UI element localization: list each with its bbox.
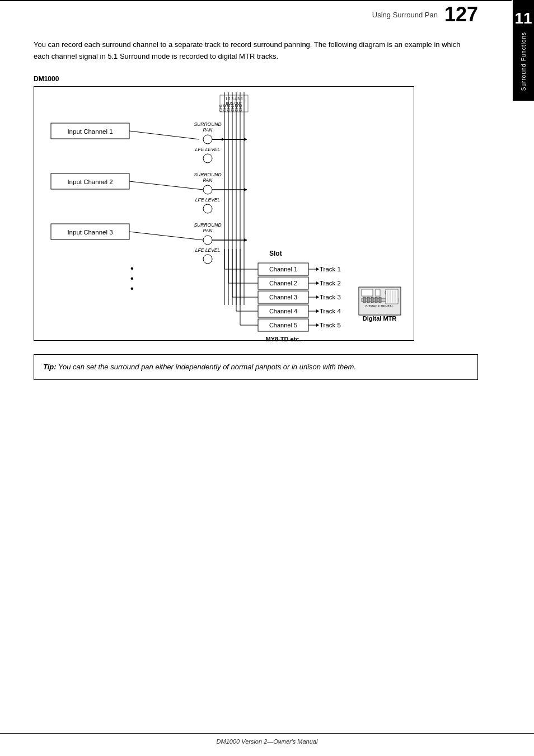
svg-text:SURROUND: SURROUND <box>194 172 221 177</box>
svg-rect-99 <box>371 297 373 303</box>
diagram-container: CH1 CH2 CH3 CH4 CH5 CH6 1 2 3 4 5 6 BUS … <box>34 86 414 341</box>
svg-text:Input Channel 2: Input Channel 2 <box>67 179 113 185</box>
svg-text:•: • <box>130 274 134 283</box>
device-label: DM1000 <box>34 75 478 83</box>
svg-marker-41 <box>244 188 247 191</box>
intro-paragraph: You can record each surround channel to … <box>34 39 478 63</box>
svg-text:Track 1: Track 1 <box>320 266 341 273</box>
svg-line-39 <box>129 181 203 190</box>
chapter-title: Surround Functions <box>521 32 527 91</box>
svg-rect-102 <box>386 289 398 304</box>
svg-text:LFE LEVEL: LFE LEVEL <box>195 247 221 253</box>
svg-marker-73 <box>316 267 319 271</box>
chapter-tab: 11 Surround Functions <box>513 0 534 101</box>
svg-text:LFE LEVEL: LFE LEVEL <box>195 197 221 203</box>
svg-text:PAN: PAN <box>203 228 213 233</box>
svg-point-38 <box>203 204 212 213</box>
tip-box: Tip: You can set the surround pan either… <box>34 354 478 381</box>
svg-text:Digital MTR: Digital MTR <box>363 315 397 322</box>
svg-line-49 <box>129 232 203 240</box>
svg-text:MY8-TD etc.: MY8-TD etc. <box>266 336 301 342</box>
svg-text:CH1: CH1 <box>219 104 223 111</box>
svg-line-22 <box>129 131 199 139</box>
svg-text:1 2 3 4 5 6: 1 2 3 4 5 6 <box>226 97 243 101</box>
svg-text:SURROUND: SURROUND <box>194 222 221 228</box>
svg-point-19 <box>203 135 212 144</box>
svg-marker-31 <box>244 138 247 141</box>
svg-text:Track 4: Track 4 <box>320 308 341 314</box>
svg-rect-97 <box>363 297 366 303</box>
svg-point-48 <box>203 255 212 264</box>
footer-text: DM1000 Version 2—Owner's Manual <box>217 738 318 745</box>
svg-marker-79 <box>316 309 319 313</box>
diagram-svg: CH1 CH2 CH3 CH4 CH5 CH6 1 2 3 4 5 6 BUS … <box>40 92 409 333</box>
svg-point-21 <box>203 154 212 163</box>
footer: DM1000 Version 2—Owner's Manual <box>0 733 534 745</box>
svg-text:Track 3: Track 3 <box>320 294 341 300</box>
svg-text:Channel 2: Channel 2 <box>269 280 297 287</box>
svg-text:Input Channel 1: Input Channel 1 <box>67 128 113 135</box>
svg-text:CH5: CH5 <box>235 104 238 111</box>
svg-text:Channel 5: Channel 5 <box>269 322 297 328</box>
svg-marker-81 <box>316 323 319 327</box>
svg-rect-98 <box>367 297 369 303</box>
svg-rect-101 <box>379 297 381 303</box>
svg-text:PAN: PAN <box>203 177 213 183</box>
svg-text:Channel 1: Channel 1 <box>269 266 297 273</box>
svg-point-46 <box>203 236 212 245</box>
svg-text:BUS OUT: BUS OUT <box>226 101 242 105</box>
chapter-number: 11 <box>514 10 532 27</box>
svg-text:Channel 4: Channel 4 <box>269 308 297 314</box>
svg-text:CH2: CH2 <box>223 104 227 111</box>
svg-text:Track 2: Track 2 <box>320 280 341 287</box>
svg-text:CH6: CH6 <box>238 104 242 111</box>
svg-text:CH4: CH4 <box>231 104 235 111</box>
svg-text:•: • <box>130 264 134 273</box>
svg-text:Track 5: Track 5 <box>320 322 341 328</box>
svg-rect-94 <box>376 289 380 296</box>
main-content: You can record each surround channel to … <box>0 28 512 391</box>
svg-text:CH3: CH3 <box>227 104 231 111</box>
svg-text:PAN: PAN <box>203 127 213 133</box>
tip-label: Tip: <box>43 363 57 371</box>
svg-marker-51 <box>244 238 247 242</box>
page-number: 127 <box>444 4 478 25</box>
svg-text:Channel 3: Channel 3 <box>269 294 297 300</box>
svg-marker-75 <box>316 281 319 285</box>
svg-text:Slot: Slot <box>269 250 282 257</box>
svg-text:Input Channel 3: Input Channel 3 <box>67 229 113 236</box>
tip-text: You can set the surround pan either inde… <box>57 363 356 371</box>
svg-text:SURROUND: SURROUND <box>194 121 221 127</box>
svg-rect-100 <box>375 297 377 303</box>
svg-text:LFE LEVEL: LFE LEVEL <box>195 147 221 152</box>
svg-point-36 <box>203 185 212 194</box>
svg-text:8-TRACK DIGITAL: 8-TRACK DIGITAL <box>366 304 394 308</box>
section-title: Using Surround Pan <box>372 11 438 19</box>
page-header: Using Surround Pan 127 <box>0 0 512 28</box>
svg-marker-77 <box>316 295 319 299</box>
svg-rect-93 <box>362 289 373 296</box>
svg-text:•: • <box>130 284 134 293</box>
